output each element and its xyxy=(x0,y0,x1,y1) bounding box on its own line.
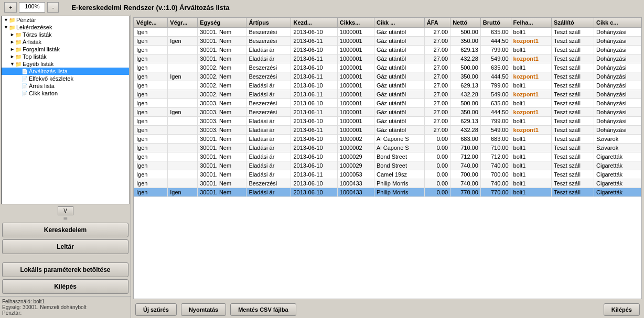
table-cell: Dohányzási xyxy=(594,108,641,117)
table-cell: 30003. Nem xyxy=(198,117,246,126)
table-cell: Teszt száll xyxy=(552,161,594,170)
table-row[interactable]: IgenIgen30003. NemBeszerzési2013-06-1110… xyxy=(134,108,641,117)
tree-folder-icon: 📁 xyxy=(15,39,22,45)
zoom-in-button[interactable]: + xyxy=(4,2,17,13)
tree-item-elfekvő-készletek[interactable]: 📄Elfekvő készletek xyxy=(2,75,129,82)
new-filter-button[interactable]: Új szűrés xyxy=(135,303,177,316)
inventory-button[interactable]: Leltár xyxy=(2,239,128,254)
table-cell: Dohányzási xyxy=(594,117,641,126)
tree-item-forgalmi-listák[interactable]: ►📁Forgalmi listák xyxy=(2,46,129,53)
tree-area[interactable]: ▼📁Pénztár▼📁Lekérdezések►📁Törzs listák►📁Á… xyxy=(1,16,130,204)
exit-button[interactable]: Kilépés xyxy=(604,303,640,316)
col-artipus[interactable]: Ártípus xyxy=(246,18,291,28)
table-cell: Igen xyxy=(134,108,168,117)
table-cell: 549.00 xyxy=(480,90,511,99)
col-egyseg[interactable]: Egység xyxy=(198,18,246,28)
table-row[interactable]: Igen30001. NemBeszerzési2013-06-10100043… xyxy=(134,179,641,188)
table-cell: 635.00 xyxy=(480,63,511,72)
table-row[interactable]: Igen30002. NemEladási ár2013-06-10100000… xyxy=(134,81,641,90)
table-row[interactable]: Igen30002. NemBeszerzési2013-06-10100000… xyxy=(134,63,641,72)
table-cell: Eladási ár xyxy=(246,188,291,197)
table-cell: 1000001 xyxy=(337,117,374,126)
table-row[interactable]: Igen30001. NemEladási ár2013-06-10100000… xyxy=(134,144,641,152)
col-afa[interactable]: ÁFA xyxy=(424,18,450,28)
tree-folder-icon: 📄 xyxy=(22,76,28,82)
col-cikk[interactable]: Cikk ... xyxy=(374,18,424,28)
table-row[interactable]: IgenIgen30001. NemEladási ár2013-06-1010… xyxy=(134,188,641,197)
tree-item-label: Árváltozás lista xyxy=(29,68,68,74)
table-row[interactable]: Igen30001. NemBeszerzési2013-06-10100000… xyxy=(134,28,641,37)
tree-expand-icon: ► xyxy=(10,47,15,52)
table-row[interactable]: Igen30001. NemEladási ár2013-06-10100000… xyxy=(134,135,641,144)
table-row[interactable]: Igen30003. NemEladási ár2013-06-11100000… xyxy=(134,126,641,135)
tree-item-árváltozás-lista[interactable]: 📄Árváltozás lista xyxy=(2,68,129,75)
table-cell: 770.00 xyxy=(480,188,511,197)
table-cell: 0.00 xyxy=(424,144,450,152)
table-cell: Teszt száll xyxy=(552,72,594,81)
table-cell: 549.00 xyxy=(480,126,511,135)
table-row[interactable]: Igen30001. NemEladási ár2013-06-11100000… xyxy=(134,54,641,63)
print-button[interactable]: Nyomtatás xyxy=(181,303,226,316)
table-row[interactable]: Igen30003. NemBeszerzési2013-06-10100000… xyxy=(134,99,641,108)
table-row[interactable]: Igen30002. NemEladási ár2013-06-11100000… xyxy=(134,90,641,99)
col-brutto[interactable]: Bruttó xyxy=(480,18,511,28)
tree-item-lekérdezések[interactable]: ▼📁Lekérdezések xyxy=(2,24,129,31)
table-cell: bolt1 xyxy=(511,28,552,37)
tree-item-cikk-karton[interactable]: 📄Cikk karton xyxy=(2,90,129,97)
col-vegle[interactable]: Végle... xyxy=(134,18,168,28)
load-local-params-button[interactable]: Lokális paraméterek betöltése xyxy=(2,262,128,277)
tree-item-pénztár[interactable]: ▼📁Pénztár xyxy=(2,16,129,24)
col-kezd[interactable]: Kezd... xyxy=(291,18,337,28)
table-cell: 683.00 xyxy=(480,135,511,144)
data-table-wrapper[interactable]: Végle...Végr...EgységÁrtípusKezd...Cikks… xyxy=(133,17,642,299)
col-vegr[interactable]: Végr... xyxy=(168,18,198,28)
table-cell: Teszt száll xyxy=(552,28,594,37)
table-row[interactable]: Igen30001. NemEladási ár2013-06-10100002… xyxy=(134,161,641,170)
table-cell: 2013-06-10 xyxy=(291,117,337,126)
table-row[interactable]: Igen30001. NemEladási ár2013-06-10100000… xyxy=(134,46,641,54)
table-cell: 700.00 xyxy=(450,170,481,179)
table-cell: Dohányzási xyxy=(594,37,641,46)
tree-folder-icon: 📁 xyxy=(15,32,22,38)
tree-item-árlisták[interactable]: ►📁Árlisták xyxy=(2,38,129,46)
table-row[interactable]: Igen30001. NemEladási ár2013-06-11100005… xyxy=(134,170,641,179)
table-cell: bolt1 xyxy=(511,99,552,108)
table-cell: 799.00 xyxy=(480,46,511,54)
col-netto[interactable]: Nettó xyxy=(450,18,481,28)
exit-sidebar-button[interactable]: Kilépés xyxy=(2,279,128,294)
table-cell: Dohányzási xyxy=(594,63,641,72)
table-row[interactable]: Igen30001. NemEladási ár2013-06-10100002… xyxy=(134,152,641,161)
table-cell: 2013-06-11 xyxy=(291,54,337,63)
table-cell: 27.00 xyxy=(424,81,450,90)
table-cell: 350.00 xyxy=(450,72,481,81)
tree-item-egyéb-listák[interactable]: ▼📁Egyéb listák xyxy=(2,60,129,68)
table-cell: Dohányzási xyxy=(594,90,641,99)
table-row[interactable]: Igen30003. NemEladási ár2013-06-10100000… xyxy=(134,117,641,126)
table-cell: 500.00 xyxy=(450,99,481,108)
table-cell xyxy=(168,99,198,108)
col-szallito[interactable]: Szállító xyxy=(552,18,594,28)
bottom-bar: Új szűrés Nyomtatás Mentés CSV fájlba Ki… xyxy=(131,301,644,318)
tree-item-árrés-lista[interactable]: 📄Árrés lista xyxy=(2,82,129,90)
tree-item-top-listák[interactable]: ►📁Top listák xyxy=(2,53,129,60)
table-row[interactable]: IgenIgen30001. NemBeszerzési2013-06-1110… xyxy=(134,37,641,46)
save-csv-button[interactable]: Mentés CSV fájlba xyxy=(230,303,296,316)
table-cell: 2013-06-10 xyxy=(291,46,337,54)
zoom-out-button[interactable]: - xyxy=(47,2,59,13)
tree-item-label: Egyéb listák xyxy=(23,61,53,67)
table-cell: 1000001 xyxy=(337,108,374,117)
table-cell: Cigaretták xyxy=(594,188,641,197)
sidebar: ▼📁Pénztár▼📁Lekérdezések►📁Törzs listák►📁Á… xyxy=(0,15,131,318)
tree-item-törzs-listák[interactable]: ►📁Törzs listák xyxy=(2,31,129,38)
table-cell: 2013-06-11 xyxy=(291,72,337,81)
user-label: Felhasználó: xyxy=(2,299,33,304)
col-felha[interactable]: Felha... xyxy=(511,18,552,28)
table-cell xyxy=(168,170,198,179)
table-row[interactable]: IgenIgen30002. NemBeszerzési2013-06-1110… xyxy=(134,72,641,81)
col-cikkc[interactable]: Cikk c... xyxy=(594,18,641,28)
table-cell: 0.00 xyxy=(424,188,450,197)
commerce-button[interactable]: Kereskedelem xyxy=(2,223,128,237)
col-cikks[interactable]: Cikks... xyxy=(337,18,374,28)
table-cell: 2013-06-10 xyxy=(291,81,337,90)
table-cell: 740.00 xyxy=(480,161,511,170)
